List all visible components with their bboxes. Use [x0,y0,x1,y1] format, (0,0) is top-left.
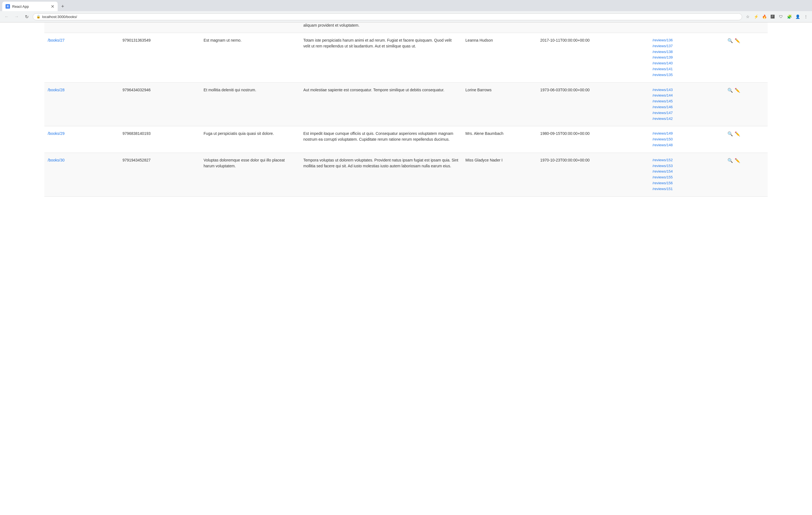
review-link[interactable]: /reviews/151 [652,186,721,192]
search-icon[interactable]: 🔍 [727,87,733,94]
book-isbn-cell: 9791943452827 [119,153,200,196]
table-row: /books/29 9796838140193 Fuga ut perspici… [45,126,767,153]
review-link[interactable]: /reviews/150 [652,137,721,142]
profile-icon[interactable]: 👤 [794,13,801,20]
book-title-cell: Est magnam ut nemo. [200,33,300,83]
review-link[interactable]: /reviews/143 [652,87,721,93]
book-actions-cell: 🔍 ✏️ [724,33,767,83]
review-link[interactable]: /reviews/137 [652,43,721,49]
tab-title: React App [12,4,29,8]
book-author-cell: Lorine Barrows [462,82,537,126]
partial-title-cell [200,23,300,33]
book-description: Tempora voluptas ut dolorem voluptates. … [303,158,458,168]
lightning-icon[interactable]: ⚡ [753,13,759,20]
search-icon[interactable]: 🔍 [727,131,733,137]
partial-actions-cell [724,23,767,33]
review-link[interactable]: /reviews/136 [652,37,721,43]
book-title-cell: Fuga ut perspiciatis quia quasi sit dolo… [200,126,300,153]
fire-icon[interactable]: 🔥 [761,13,767,20]
edit-icon[interactable]: ✏️ [735,37,740,44]
book-description-cell: Est impedit itaque cumque officiis ut qu… [300,126,462,153]
partial-description-cell: aliquam provident et voluptatem. [300,23,462,33]
book-url-link[interactable]: /books/28 [48,88,65,92]
nav-bar: ← → ↻ 🔒 localhost:3000/books/ ☆ ⚡ 🔥 🅿 🛡 … [0,11,812,22]
action-icons: 🔍 ✏️ [727,157,764,164]
review-link[interactable]: /reviews/138 [652,49,721,55]
review-link[interactable]: /reviews/146 [652,104,721,110]
review-link[interactable]: /reviews/145 [652,99,721,104]
partial-date-cell [537,23,649,33]
book-date: 1980-09-15T00:00:00+00:00 [540,131,589,136]
book-author-cell: Miss Gladyce Nader I [462,153,537,196]
review-link[interactable]: /reviews/144 [652,93,721,99]
book-isbn-cell: 9790131363549 [119,33,200,83]
book-url-cell: /books/29 [45,126,119,153]
review-link[interactable]: /reviews/142 [652,116,721,122]
pocket-icon[interactable]: 🅿 [769,13,776,20]
review-link[interactable]: /reviews/154 [652,169,721,174]
book-author: Lorine Barrows [465,88,491,92]
review-link[interactable]: /reviews/148 [652,142,721,148]
review-link[interactable]: /reviews/141 [652,66,721,72]
forward-button[interactable]: → [13,13,21,21]
book-author: Leanna Hudson [465,38,493,43]
book-date-cell: 1970-10-23T00:00:00+00:00 [537,153,649,196]
menu-button[interactable]: ⋮ [803,13,809,20]
book-date-cell: 1980-09-15T00:00:00+00:00 [537,126,649,153]
book-author-cell: Leanna Hudson [462,33,537,83]
action-icons: 🔍 ✏️ [727,131,764,137]
browser-chrome: R React App ✕ + ← → ↻ 🔒 localhost:3000/b… [0,0,812,23]
url-text: localhost:3000/books/ [42,15,77,19]
browser-nav-icons: ☆ ⚡ 🔥 🅿 🛡 🧩 👤 ⋮ [744,13,809,20]
partial-table-row: aliquam provident et voluptatem. [45,23,767,33]
reload-button[interactable]: ↻ [23,13,30,21]
book-url-link[interactable]: /books/27 [48,38,65,43]
back-button[interactable]: ← [3,13,10,21]
new-tab-button[interactable]: + [59,2,66,10]
book-reviews-cell: /reviews/152 /reviews/153 /reviews/154 /… [649,153,724,196]
book-description-cell: Tempora voluptas ut dolorem voluptates. … [300,153,462,196]
book-description: Est impedit itaque cumque officiis ut qu… [303,131,454,141]
close-tab-button[interactable]: ✕ [51,4,54,9]
review-link[interactable]: /reviews/135 [652,72,721,78]
book-reviews-cell: /reviews/149 /reviews/150 /reviews/148 [649,126,724,153]
book-description: Aut molestiae sapiente est consequatur. … [303,88,444,92]
table-row: /books/28 9796434032946 Et mollitia dele… [45,82,767,126]
tab-favicon: R [5,4,10,8]
edit-icon[interactable]: ✏️ [735,131,740,137]
book-isbn: 9796434032946 [123,88,151,92]
shield-icon[interactable]: 🛡 [778,13,784,20]
tab-bar: R React App ✕ + [0,0,812,11]
book-description-cell: Totam iste perspiciatis harum animi et a… [300,33,462,83]
book-title-cell: Voluptas doloremque esse dolor qui illo … [200,153,300,196]
review-link[interactable]: /reviews/152 [652,157,721,163]
review-link[interactable]: /reviews/153 [652,163,721,169]
review-link[interactable]: /reviews/139 [652,55,721,60]
book-url-cell: /books/30 [45,153,119,196]
book-isbn: 9796838140193 [123,131,151,136]
active-tab[interactable]: R React App ✕ [2,2,58,11]
search-icon[interactable]: 🔍 [727,157,733,164]
book-actions-cell: 🔍 ✏️ [724,82,767,126]
search-icon[interactable]: 🔍 [727,37,733,44]
book-date: 1970-10-23T00:00:00+00:00 [540,158,589,162]
book-author-cell: Mrs. Alene Baumbach [462,126,537,153]
book-isbn: 9790131363549 [123,38,151,43]
address-bar[interactable]: 🔒 localhost:3000/books/ [33,13,742,20]
review-link[interactable]: /reviews/140 [652,60,721,66]
edit-icon[interactable]: ✏️ [735,157,740,164]
table-row: /books/30 9791943452827 Voluptas dolorem… [45,153,767,196]
book-url-link[interactable]: /books/30 [48,158,65,162]
review-link[interactable]: /reviews/147 [652,110,721,116]
bookmark-icon[interactable]: ☆ [744,13,751,20]
edit-icon[interactable]: ✏️ [735,87,740,94]
book-reviews-cell: /reviews/136 /reviews/137 /reviews/138 /… [649,33,724,83]
partial-isbn-cell [119,23,200,33]
extension-icon[interactable]: 🧩 [786,13,792,20]
review-link[interactable]: /reviews/155 [652,174,721,180]
review-link[interactable]: /reviews/156 [652,180,721,186]
book-url-link[interactable]: /books/29 [48,131,65,136]
book-date: 1973-06-03T00:00:00+00:00 [540,88,589,92]
book-author: Miss Gladyce Nader I [465,158,502,162]
review-link[interactable]: /reviews/149 [652,131,721,137]
